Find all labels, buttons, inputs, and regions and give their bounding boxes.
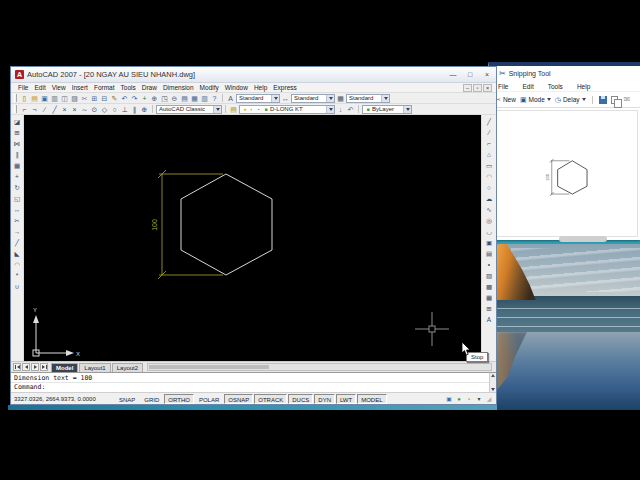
snip-menu-file[interactable]: File [495, 83, 511, 90]
move-icon[interactable]: + [12, 172, 22, 181]
snap-intersection-icon[interactable]: × [60, 105, 69, 114]
explode-icon[interactable]: * [12, 271, 22, 280]
delay-button[interactable]: ◷ Delay [555, 96, 586, 104]
snap-midpoint-icon[interactable]: ╱ [50, 105, 59, 114]
zoom-realtime-icon[interactable]: ⊕ [150, 94, 159, 103]
email-snip-icon[interactable]: ✉ [624, 95, 631, 104]
snap-endpoint-icon[interactable]: ∕ [40, 105, 49, 114]
qnew-icon[interactable]: ▯ [20, 94, 29, 103]
publish-icon[interactable]: ▨ [70, 94, 79, 103]
construction-line-icon[interactable]: ⁄ [484, 128, 494, 137]
scroll-down-icon[interactable] [491, 388, 495, 391]
snap-apparent-intersection-icon[interactable]: × [70, 105, 79, 114]
dim-style-icon[interactable]: ↔ [281, 94, 290, 103]
region-icon[interactable]: ▦ [484, 293, 494, 302]
dropdown-arrow-icon[interactable] [271, 95, 279, 102]
redo-icon[interactable]: ↷ [130, 94, 139, 103]
layer-freeze-icon[interactable]: ◐ [249, 106, 255, 113]
mdi-close-button[interactable]: × [483, 84, 492, 92]
help-icon[interactable]: ? [210, 94, 219, 103]
layer-on-icon[interactable]: ● [242, 106, 248, 113]
last-tab-button[interactable] [40, 363, 48, 371]
menu-modify[interactable]: Modify [197, 84, 222, 91]
text-style-combo[interactable]: Standard [236, 94, 280, 103]
mdi-restore-button[interactable]: ▫ [473, 84, 482, 92]
undo-icon[interactable]: ↶ [120, 94, 129, 103]
stretch-icon[interactable]: ↔ [12, 205, 22, 214]
prev-tab-button[interactable] [22, 363, 30, 371]
snipping-title-bar[interactable]: ✂ Snipping Tool [489, 66, 640, 81]
snip-menu-tools[interactable]: Tools [545, 83, 566, 90]
snap-quadrant-icon[interactable]: ◇ [100, 105, 109, 114]
maximize-button[interactable]: □ [463, 69, 477, 80]
menu-view[interactable]: View [49, 84, 69, 91]
snip-window-grip[interactable] [559, 236, 607, 242]
mirror-icon[interactable]: ⋈ [12, 139, 22, 148]
tray-arrow-icon[interactable]: ▾ [475, 395, 483, 403]
paste-icon[interactable]: ⊟ [100, 94, 109, 103]
revision-cloud-icon[interactable]: ☁ [484, 194, 494, 203]
menu-dimension[interactable]: Dimension [160, 84, 197, 91]
make-object-layer-current-icon[interactable]: ↓ [336, 105, 345, 114]
table-style-combo[interactable]: Standard [346, 94, 390, 103]
dropdown-arrow-icon[interactable] [326, 95, 334, 102]
minimize-button[interactable]: — [446, 69, 460, 80]
tab-layout1[interactable]: Layout1 [79, 363, 110, 372]
next-tab-button[interactable] [31, 363, 39, 371]
save-snip-icon[interactable] [599, 96, 607, 104]
dropdown-arrow-icon[interactable] [381, 95, 389, 102]
polygon-icon[interactable]: ⌂ [484, 150, 494, 159]
designcenter-icon[interactable]: ▦ [190, 94, 199, 103]
chamfer-icon[interactable]: ◣ [12, 249, 22, 258]
temporary-tracking-icon[interactable]: ⌐ [20, 105, 29, 114]
table-icon[interactable]: ⊞ [484, 304, 494, 313]
menu-format[interactable]: Format [91, 84, 118, 91]
command-input-line[interactable]: Command: [11, 383, 496, 392]
snap-center-icon[interactable]: ⊙ [90, 105, 99, 114]
menu-help[interactable]: Help [251, 84, 270, 91]
horizontal-scrollbar[interactable] [147, 363, 492, 371]
layer-previous-icon[interactable]: ↶ [346, 105, 355, 114]
table-style-icon[interactable]: ▦ [336, 94, 345, 103]
save-icon[interactable]: ▣ [40, 94, 49, 103]
layer-combo[interactable]: ●◐▪■ D-LONG KT [239, 105, 335, 114]
workspace-combo[interactable]: AutoCAD Classic [156, 105, 222, 114]
toggle-model[interactable]: MODEL [357, 394, 386, 404]
join-icon[interactable]: ∪ [12, 282, 22, 291]
drawing-area[interactable]: 100 Y X [24, 115, 481, 361]
multiline-text-icon[interactable]: A [484, 315, 494, 324]
polyline-icon[interactable]: ⌐ [484, 139, 494, 148]
open-icon[interactable]: ▤ [30, 94, 39, 103]
toggle-snap[interactable]: SNAP [115, 394, 139, 404]
first-tab-button[interactable] [13, 363, 21, 371]
layer-color-icon[interactable]: ■ [263, 106, 269, 113]
line-icon[interactable]: ╱ [484, 117, 494, 126]
toolbar-grip[interactable] [14, 105, 17, 113]
menu-express[interactable]: Express [270, 84, 299, 91]
dropdown-arrow-icon[interactable] [326, 106, 334, 113]
menu-window[interactable]: Window [222, 84, 251, 91]
toggle-ducs[interactable]: DUCS [288, 394, 313, 404]
menu-insert[interactable]: Insert [69, 84, 91, 91]
circle-icon[interactable]: ○ [484, 183, 494, 192]
snap-tangent-icon[interactable]: ○ [110, 105, 119, 114]
tool-palettes-icon[interactable]: ▥ [200, 94, 209, 103]
offset-icon[interactable]: ∥ [12, 150, 22, 159]
autocad-title-bar[interactable]: A AutoCAD 2007 - [20 NGAY AU SIEU NHANH.… [11, 67, 496, 83]
menu-edit[interactable]: Edit [31, 84, 48, 91]
tab-model[interactable]: Model [51, 363, 78, 372]
zoom-previous-icon[interactable]: ⊖ [170, 94, 179, 103]
arc-icon[interactable]: ◠ [484, 172, 494, 181]
pan-icon[interactable]: + [140, 94, 149, 103]
copy-snip-icon[interactable] [611, 96, 618, 104]
ellipse-arc-icon[interactable]: ◡ [484, 227, 494, 236]
communication-center-icon[interactable]: ● [455, 395, 463, 403]
array-icon[interactable]: ▦ [12, 161, 22, 170]
rectangle-icon[interactable]: ▭ [484, 161, 494, 170]
toggle-lwt[interactable]: LWT [336, 394, 356, 404]
dropdown-arrow-icon[interactable] [213, 106, 221, 113]
menu-tools[interactable]: Tools [118, 84, 139, 91]
plot-icon[interactable]: ▥ [50, 94, 59, 103]
break-icon[interactable]: ╱ [12, 238, 22, 247]
toggle-ortho[interactable]: ORTHO [164, 394, 194, 404]
